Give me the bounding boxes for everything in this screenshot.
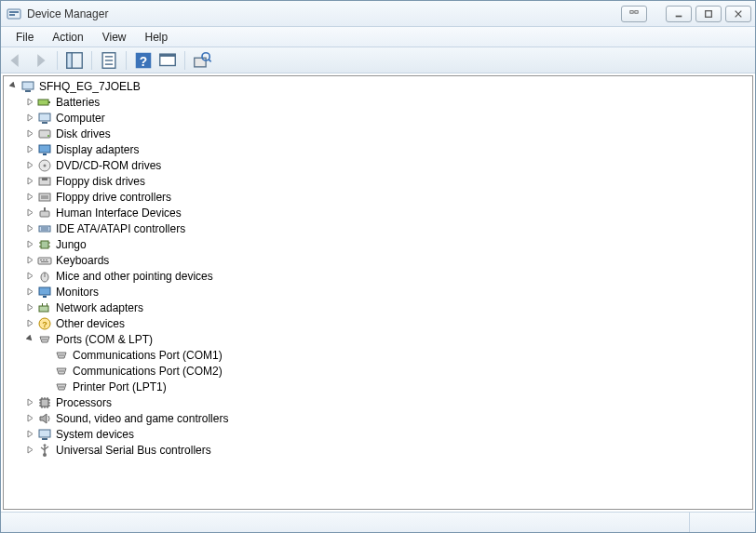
svg-rect-2 <box>9 14 15 16</box>
collapse-icon[interactable] <box>24 334 35 345</box>
expand-icon[interactable] <box>24 413 35 424</box>
tree-item-label: Computer <box>56 112 105 125</box>
tree-item-processors[interactable]: Processors <box>24 394 750 410</box>
help-button[interactable]: ? <box>132 50 155 71</box>
svg-rect-21 <box>25 90 31 92</box>
tree-item-floppy-drives[interactable]: Floppy disk drives <box>24 173 750 189</box>
expand-icon[interactable] <box>24 207 35 219</box>
svg-text:?: ? <box>140 54 147 68</box>
expand-icon[interactable] <box>24 302 35 313</box>
tree-item-dvd-cdrom[interactable]: DVD/CD-ROM drives <box>24 157 750 173</box>
tree-item-label: Disk drives <box>56 127 111 140</box>
expand-icon[interactable] <box>24 318 35 329</box>
tree-item-lpt1[interactable]: Printer Port (LPT1) <box>41 379 750 394</box>
title-bar: Device Manager <box>1 1 755 27</box>
scan-hardware-button[interactable] <box>156 50 179 71</box>
show-hide-tree-button[interactable] <box>63 50 86 71</box>
tree-item-keyboards[interactable]: Keyboards <box>24 252 750 268</box>
menu-bar: File Action View Help <box>1 27 755 47</box>
expand-icon[interactable] <box>24 144 35 155</box>
svg-rect-5 <box>676 15 682 17</box>
tree-item-com1[interactable]: Communications Port (COM1) <box>41 347 750 363</box>
svg-rect-28 <box>39 145 50 153</box>
tree-item-label: Jungo <box>56 238 87 251</box>
tree-item-system[interactable]: System devices <box>24 426 750 442</box>
menu-view[interactable]: View <box>93 27 136 47</box>
tree-item-ports[interactable]: Ports (COM & LPT) <box>24 331 750 347</box>
svg-rect-85 <box>39 430 50 437</box>
tree-item-mice[interactable]: Mice and other pointing devices <box>24 268 750 284</box>
tree-item-jungo[interactable]: Jungo <box>24 236 750 252</box>
tree-item-batteries[interactable]: Batteries <box>24 94 750 110</box>
tree-item-sound[interactable]: Sound, video and game controllers <box>24 410 750 426</box>
expand-icon[interactable] <box>24 397 35 408</box>
expand-icon[interactable] <box>24 192 35 203</box>
svg-point-60 <box>42 339 44 340</box>
expand-icon[interactable] <box>24 429 35 440</box>
expand-icon[interactable] <box>24 286 35 298</box>
tree-item-label: Display adapters <box>56 143 139 156</box>
menu-file[interactable]: File <box>7 27 43 47</box>
tree-item-monitors[interactable]: Monitors <box>24 284 750 300</box>
tree-item-other[interactable]: ? Other devices <box>24 315 750 331</box>
collapse-icon[interactable] <box>7 81 19 92</box>
tree-item-network[interactable]: Network adapters <box>24 300 750 315</box>
expand-icon[interactable] <box>24 445 35 456</box>
window-extra-button[interactable] <box>621 6 647 22</box>
expand-icon[interactable] <box>24 223 35 234</box>
forward-button[interactable] <box>29 50 51 71</box>
properties-button[interactable] <box>98 50 120 71</box>
expand-icon[interactable] <box>24 271 35 282</box>
device-tree[interactable]: SFHQ_EG_7JOELB Batteries Computer Disk d… <box>3 75 753 510</box>
network-icon <box>37 300 52 315</box>
expand-icon[interactable] <box>24 239 35 250</box>
tree-root-label: SFHQ_EG_7JOELB <box>39 80 141 93</box>
close-button[interactable] <box>725 6 751 22</box>
menu-action[interactable]: Action <box>43 27 92 47</box>
svg-point-67 <box>61 370 62 372</box>
tree-item-usb[interactable]: Universal Serial Bus controllers <box>24 442 750 458</box>
expand-icon[interactable] <box>24 113 35 124</box>
back-button[interactable] <box>5 50 27 71</box>
expand-icon[interactable] <box>24 160 35 171</box>
tree-item-ide[interactable]: IDE ATA/ATAPI controllers <box>24 220 750 236</box>
ports-children: Communications Port (COM1) Communication… <box>24 347 750 394</box>
usb-icon <box>37 443 52 458</box>
svg-text:?: ? <box>42 320 47 329</box>
tree-item-hid[interactable]: Human Interface Devices <box>24 205 750 220</box>
minimize-button[interactable] <box>666 6 692 22</box>
svg-rect-72 <box>41 399 48 406</box>
tree-item-com2[interactable]: Communications Port (COM2) <box>41 363 750 379</box>
tree-item-disk-drives[interactable]: Disk drives <box>24 126 750 141</box>
svg-rect-47 <box>40 260 42 260</box>
tree-item-label: Mice and other pointing devices <box>56 270 213 283</box>
svg-rect-48 <box>43 260 45 260</box>
ide-icon <box>37 221 52 236</box>
expand-icon[interactable] <box>24 255 35 266</box>
tree-root[interactable]: SFHQ_EG_7JOELB <box>7 78 750 94</box>
svg-rect-16 <box>160 54 176 57</box>
toolbar-divider <box>57 51 58 70</box>
menu-help[interactable]: Help <box>136 27 178 47</box>
tree-item-label: Universal Serial Bus controllers <box>56 444 211 457</box>
tree-item-floppy-controllers[interactable]: Floppy drive controllers <box>24 189 750 205</box>
expand-icon[interactable] <box>24 176 35 187</box>
system-icon <box>37 427 52 442</box>
svg-rect-54 <box>43 296 47 298</box>
tree-item-label: Processors <box>56 396 112 409</box>
svg-point-27 <box>47 135 49 137</box>
svg-rect-38 <box>39 226 50 232</box>
expand-icon[interactable] <box>24 97 35 108</box>
svg-rect-50 <box>41 261 48 262</box>
tree-item-computer[interactable]: Computer <box>24 110 750 126</box>
update-driver-button[interactable] <box>191 50 213 71</box>
maximize-button[interactable] <box>695 6 722 22</box>
svg-point-71 <box>62 386 64 388</box>
port-icon <box>54 348 69 363</box>
tree-item-label: Monitors <box>56 286 99 299</box>
tree-item-display-adapters[interactable]: Display adapters <box>24 141 750 157</box>
expand-icon[interactable] <box>24 128 35 140</box>
svg-rect-22 <box>38 100 48 105</box>
toolbar-divider <box>126 51 127 70</box>
port-icon <box>37 332 52 347</box>
